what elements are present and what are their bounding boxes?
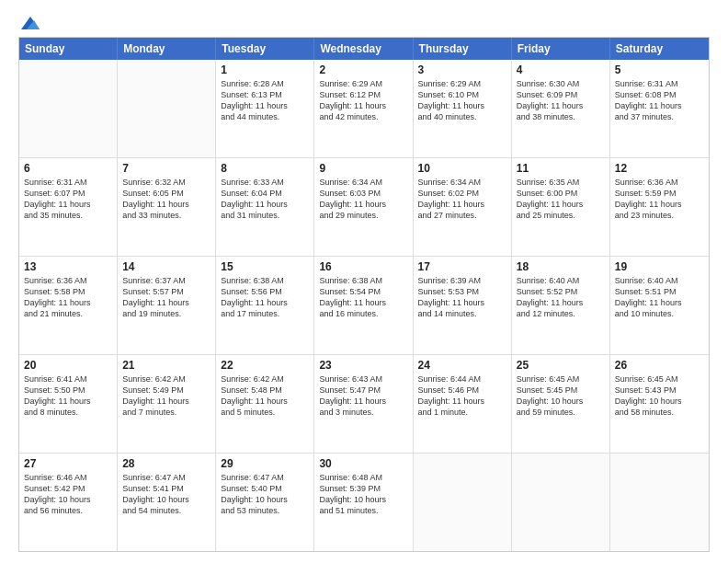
cell-info-line: Daylight: 10 hours — [517, 396, 605, 407]
calendar-cell: 30Sunrise: 6:48 AMSunset: 5:39 PMDayligh… — [314, 454, 413, 551]
calendar-cell: 25Sunrise: 6:45 AMSunset: 5:45 PMDayligh… — [512, 355, 610, 453]
cell-info-line: Daylight: 11 hours — [615, 100, 704, 111]
calendar-cell: 15Sunrise: 6:38 AMSunset: 5:56 PMDayligh… — [216, 257, 314, 354]
cell-info-line: Sunset: 6:02 PM — [418, 188, 506, 199]
cell-info-line: and 44 minutes. — [221, 111, 309, 122]
calendar-cell: 27Sunrise: 6:46 AMSunset: 5:42 PMDayligh… — [19, 454, 118, 551]
day-number: 29 — [221, 457, 309, 470]
cell-info-line: Sunset: 5:49 PM — [122, 385, 210, 396]
calendar-cell — [19, 60, 118, 157]
day-number: 20 — [24, 359, 112, 372]
calendar-cell: 1Sunrise: 6:28 AMSunset: 6:13 PMDaylight… — [216, 60, 314, 157]
cell-info-line: Sunrise: 6:36 AM — [24, 275, 112, 286]
cell-info-line: and 23 minutes. — [615, 210, 704, 221]
cell-info-line: Daylight: 10 hours — [122, 494, 210, 505]
cell-info-line: and 40 minutes. — [418, 111, 506, 122]
cell-info-line: Sunset: 6:03 PM — [319, 188, 407, 199]
cell-info-line: Sunset: 5:47 PM — [319, 385, 407, 396]
calendar-cell: 5Sunrise: 6:31 AMSunset: 6:08 PMDaylight… — [610, 60, 709, 157]
cell-info-line: and 42 minutes. — [319, 111, 407, 122]
cell-info-line: Sunrise: 6:47 AM — [221, 472, 309, 483]
cell-info-line: Daylight: 11 hours — [221, 396, 309, 407]
cell-info-line: Sunset: 5:51 PM — [615, 286, 704, 297]
calendar-cell: 16Sunrise: 6:38 AMSunset: 5:54 PMDayligh… — [314, 257, 413, 354]
weekday-header-wednesday: Wednesday — [314, 38, 413, 60]
cell-info-line: Sunrise: 6:38 AM — [319, 275, 407, 286]
cell-info-line: Daylight: 11 hours — [122, 396, 210, 407]
cell-info-line: Sunset: 5:50 PM — [24, 385, 112, 396]
calendar-cell: 10Sunrise: 6:34 AMSunset: 6:02 PMDayligh… — [414, 158, 512, 256]
cell-info-line: Daylight: 11 hours — [319, 199, 407, 210]
day-number: 17 — [418, 260, 506, 273]
calendar-cell: 13Sunrise: 6:36 AMSunset: 5:58 PMDayligh… — [19, 257, 118, 354]
cell-info-line: Sunrise: 6:35 AM — [517, 177, 605, 188]
day-number: 18 — [517, 260, 605, 273]
cell-info-line: and 10 minutes. — [615, 308, 704, 319]
cell-info-line: Daylight: 11 hours — [24, 199, 112, 210]
cell-info-line: and 59 minutes. — [517, 407, 605, 418]
cell-info-line: Sunrise: 6:36 AM — [615, 177, 704, 188]
day-number: 21 — [122, 359, 210, 372]
cell-info-line: Sunset: 5:58 PM — [24, 286, 112, 297]
cell-info-line: Sunset: 5:59 PM — [615, 188, 704, 199]
calendar-cell — [610, 454, 709, 551]
calendar-cell: 19Sunrise: 6:40 AMSunset: 5:51 PMDayligh… — [610, 257, 709, 354]
cell-info-line: and 21 minutes. — [24, 308, 112, 319]
day-number: 11 — [517, 162, 605, 175]
cell-info-line: and 27 minutes. — [418, 210, 506, 221]
cell-info-line: and 38 minutes. — [517, 111, 605, 122]
cell-info-line: Sunrise: 6:38 AM — [221, 275, 309, 286]
cell-info-line: Sunrise: 6:45 AM — [615, 373, 704, 385]
cell-info-line: Sunset: 6:10 PM — [418, 89, 506, 100]
cell-info-line: Sunrise: 6:42 AM — [122, 373, 210, 385]
calendar-cell: 14Sunrise: 6:37 AMSunset: 5:57 PMDayligh… — [118, 257, 216, 354]
cell-info-line: and 25 minutes. — [517, 210, 605, 221]
cell-info-line: Daylight: 11 hours — [517, 199, 605, 210]
cell-info-line: and 37 minutes. — [615, 111, 704, 122]
cell-info-line: and 1 minute. — [418, 407, 506, 418]
calendar-cell: 28Sunrise: 6:47 AMSunset: 5:41 PMDayligh… — [118, 454, 216, 551]
calendar-cell: 12Sunrise: 6:36 AMSunset: 5:59 PMDayligh… — [610, 158, 709, 256]
day-number: 15 — [221, 260, 309, 273]
day-number: 26 — [615, 359, 704, 372]
cell-info-line: and 3 minutes. — [319, 407, 407, 418]
cell-info-line: Sunrise: 6:48 AM — [319, 472, 407, 483]
cell-info-line: Daylight: 11 hours — [418, 297, 506, 308]
cell-info-line: Daylight: 11 hours — [221, 199, 309, 210]
calendar-cell: 4Sunrise: 6:30 AMSunset: 6:09 PMDaylight… — [512, 60, 610, 157]
page: SundayMondayTuesdayWednesdayThursdayFrid… — [0, 0, 728, 563]
cell-info-line: Daylight: 10 hours — [615, 396, 704, 407]
cell-info-line: Sunset: 6:07 PM — [24, 188, 112, 199]
cell-info-line: Sunset: 6:00 PM — [517, 188, 605, 199]
calendar-cell: 26Sunrise: 6:45 AMSunset: 5:43 PMDayligh… — [610, 355, 709, 453]
cell-info-line: and 33 minutes. — [122, 210, 210, 221]
cell-info-line: Sunset: 6:05 PM — [122, 188, 210, 199]
day-number: 22 — [221, 359, 309, 372]
calendar-cell: 11Sunrise: 6:35 AMSunset: 6:00 PMDayligh… — [512, 158, 610, 256]
cell-info-line: Sunrise: 6:33 AM — [221, 177, 309, 188]
calendar-cell — [118, 60, 216, 157]
cell-info-line: and 14 minutes. — [418, 308, 506, 319]
weekday-header-tuesday: Tuesday — [216, 38, 314, 60]
cell-info-line: Sunrise: 6:37 AM — [122, 275, 210, 286]
cell-info-line: Daylight: 11 hours — [24, 297, 112, 308]
cell-info-line: Sunset: 5:57 PM — [122, 286, 210, 297]
header — [18, 15, 710, 29]
calendar-row-3: 13Sunrise: 6:36 AMSunset: 5:58 PMDayligh… — [19, 257, 709, 355]
cell-info-line: Sunset: 6:04 PM — [221, 188, 309, 199]
cell-info-line: Daylight: 11 hours — [615, 297, 704, 308]
day-number: 24 — [418, 359, 506, 372]
calendar-row-5: 27Sunrise: 6:46 AMSunset: 5:42 PMDayligh… — [19, 454, 709, 551]
cell-info-line: Sunrise: 6:47 AM — [122, 472, 210, 483]
cell-info-line: Sunrise: 6:43 AM — [319, 373, 407, 385]
calendar-cell: 3Sunrise: 6:29 AMSunset: 6:10 PMDaylight… — [414, 60, 512, 157]
cell-info-line: Daylight: 11 hours — [418, 199, 506, 210]
calendar-cell: 2Sunrise: 6:29 AMSunset: 6:12 PMDaylight… — [314, 60, 413, 157]
day-number: 25 — [517, 359, 605, 372]
cell-info-line: Sunset: 5:42 PM — [24, 483, 112, 494]
calendar-cell: 23Sunrise: 6:43 AMSunset: 5:47 PMDayligh… — [314, 355, 413, 453]
day-number: 2 — [319, 63, 407, 76]
cell-info-line: Sunrise: 6:31 AM — [615, 78, 704, 89]
calendar: SundayMondayTuesdayWednesdayThursdayFrid… — [18, 37, 710, 552]
cell-info-line: Daylight: 11 hours — [221, 100, 309, 111]
